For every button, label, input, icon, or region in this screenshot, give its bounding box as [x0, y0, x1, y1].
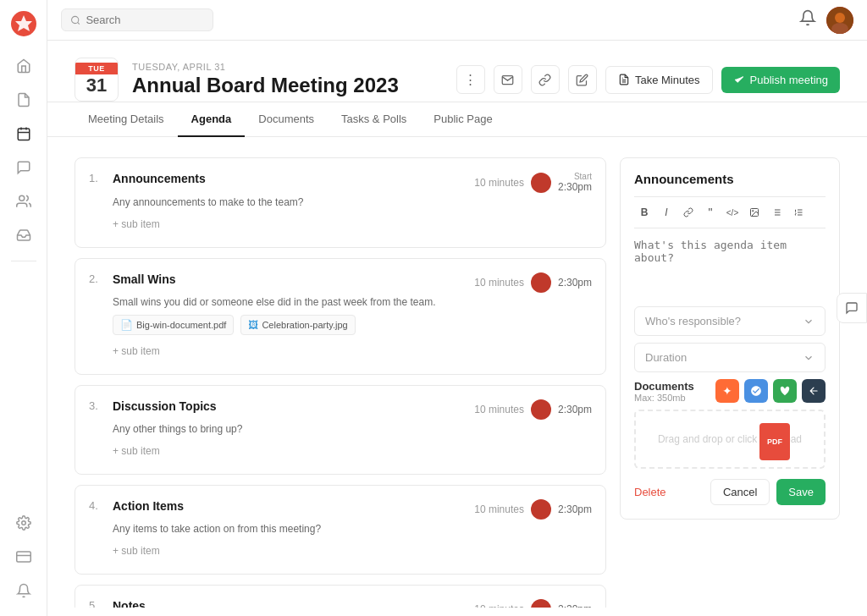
documents-label: Documents — [634, 380, 694, 393]
agenda-avatar — [531, 399, 551, 420]
add-sub-item-button-4[interactable]: + sub item — [113, 542, 592, 560]
rte-bold-button[interactable]: B — [634, 202, 654, 223]
edit-button[interactable] — [568, 65, 597, 94]
drop-zone[interactable]: Drag and drop or click to upload PDF — [634, 410, 826, 469]
agenda-avatar — [531, 173, 551, 193]
agenda-item-num: 5. — [89, 599, 106, 608]
agenda-duration: 10 minutes — [474, 177, 524, 189]
agenda-duration: 10 minutes — [474, 404, 524, 415]
panel-title: Announcements — [634, 172, 826, 186]
agenda-item-title: Notes — [113, 599, 467, 608]
tab-tasks-polls[interactable]: Tasks & Polls — [328, 102, 420, 137]
svg-line-10 — [78, 22, 80, 24]
add-sub-item-button-1[interactable]: + sub item — [113, 215, 592, 234]
delete-button[interactable]: Delete — [634, 486, 666, 498]
publish-meeting-button[interactable]: Publish meeting — [721, 67, 841, 93]
meeting-title: Annual Board Meeting 2023 — [132, 74, 399, 97]
agenda-list: 1. Announcements 10 minutes Start 2:30pm… — [75, 157, 620, 608]
rte-code-button[interactable]: </> — [722, 202, 743, 223]
attachment-img[interactable]: 🖼 Celebration-party.jpg — [240, 315, 355, 335]
agenda-item-num: 3. — [89, 399, 106, 412]
upload-icon-orange[interactable]: ✦ — [715, 379, 739, 403]
agenda-item-3[interactable]: 3. Discussion Topics 10 minutes 2:30pm A… — [75, 385, 606, 475]
sidebar-item-settings[interactable] — [8, 508, 39, 538]
search-box[interactable] — [61, 8, 213, 31]
search-input[interactable] — [86, 14, 204, 26]
notification-bell[interactable] — [799, 9, 816, 30]
page-content: TUE 31 TUESDAY, APRIL 31 Annual Board Me… — [47, 41, 867, 616]
agenda-item-1[interactable]: 1. Announcements 10 minutes Start 2:30pm… — [75, 157, 606, 248]
meeting-date-label: TUESDAY, APRIL 31 — [132, 62, 399, 72]
svg-point-6 — [21, 521, 25, 525]
right-panel: Announcements B I " </> — [620, 157, 840, 520]
agenda-item-title: Discussion Topics — [113, 399, 467, 413]
add-sub-item-button-3[interactable]: + sub item — [113, 442, 592, 460]
rte-italic-button[interactable]: I — [656, 202, 676, 223]
agenda-item-meta: 10 minutes 2:30pm — [474, 399, 592, 420]
attachment-pdf[interactable]: 📄 Big-win-document.pdf — [113, 315, 234, 335]
document-upload-icons: ✦ — [715, 379, 826, 403]
panel-buttons: Cancel Save — [710, 479, 826, 505]
agenda-item-header: 1. Announcements 10 minutes Start 2:30pm — [89, 172, 592, 193]
sidebar-item-home[interactable] — [8, 51, 39, 81]
agenda-item-meta: 10 minutes 2:30pm — [474, 499, 592, 520]
user-avatar[interactable] — [826, 7, 853, 34]
chat-panel-toggle[interactable] — [837, 293, 867, 323]
sidebar-item-users[interactable] — [8, 186, 39, 217]
agenda-description: Small wins you did or someone else did i… — [113, 296, 592, 308]
sidebar-item-inbox[interactable] — [8, 220, 39, 250]
add-sub-item-button-2[interactable]: + sub item — [113, 342, 592, 360]
agenda-duration: 10 minutes — [474, 503, 524, 515]
agenda-item-header: 5. Notes 10 minutes 2:30pm — [89, 599, 592, 608]
save-button[interactable]: Save — [776, 479, 826, 505]
agenda-item-meta: 10 minutes 2:30pm — [474, 272, 592, 293]
agenda-item-header: 4. Action Items 10 minutes 2:30pm — [89, 499, 592, 520]
more-options-button[interactable]: ⋮ — [456, 65, 485, 94]
agenda-item-5[interactable]: 5. Notes 10 minutes 2:30pm What else? + … — [75, 585, 606, 608]
rte-quote-button[interactable]: " — [700, 202, 721, 223]
agenda-time: 2:30pm — [558, 503, 592, 515]
time-label: Start — [558, 172, 592, 181]
app-logo — [10, 10, 37, 37]
rte-link-button[interactable] — [678, 202, 699, 223]
sidebar-item-notifications[interactable] — [8, 575, 39, 606]
upload-icon-dark[interactable] — [802, 379, 826, 403]
rte-list-ul-button[interactable] — [766, 202, 787, 223]
sidebar-item-docs[interactable] — [8, 85, 39, 115]
link-button[interactable] — [531, 65, 560, 94]
tab-public-page[interactable]: Public Page — [420, 102, 505, 137]
upload-icon-blue[interactable] — [744, 379, 768, 403]
tab-meeting-details[interactable]: Meeting Details — [75, 102, 178, 137]
duration-dropdown[interactable]: Duration — [634, 343, 826, 372]
tab-agenda[interactable]: Agenda — [178, 102, 246, 137]
email-button[interactable] — [494, 65, 522, 94]
responsible-label: Who's responsible? — [645, 315, 741, 327]
search-icon — [70, 14, 80, 26]
agenda-description: Any items to take action on from this me… — [113, 523, 592, 535]
agenda-item-title: Announcements — [113, 172, 467, 185]
agenda-description: Any other things to bring up? — [113, 423, 592, 435]
svg-point-9 — [72, 16, 79, 23]
rte-image-button[interactable] — [744, 202, 765, 223]
topbar — [47, 0, 867, 41]
chevron-down-icon — [803, 316, 815, 327]
topbar-right — [799, 7, 853, 34]
agenda-time-group: 2:30pm — [558, 503, 592, 515]
agenda-item-2[interactable]: 2. Small Wins 10 minutes 2:30pm Small wi… — [75, 258, 606, 375]
svg-point-5 — [19, 195, 24, 201]
upload-icon-green[interactable] — [773, 379, 797, 403]
agenda-item-num: 1. — [89, 172, 106, 184]
responsible-dropdown[interactable]: Who's responsible? — [634, 306, 826, 336]
rte-list-ol-button[interactable] — [788, 202, 809, 223]
agenda-item-description-textarea[interactable] — [634, 235, 826, 303]
agenda-item-4[interactable]: 4. Action Items 10 minutes 2:30pm Any it… — [75, 485, 606, 575]
agenda-time-group: 2:30pm — [558, 603, 592, 608]
take-minutes-button[interactable]: Take Minutes — [605, 66, 713, 94]
sidebar-item-calendar[interactable] — [8, 118, 39, 149]
agenda-item-num: 2. — [89, 272, 106, 285]
cancel-button[interactable]: Cancel — [710, 479, 770, 505]
sidebar-item-billing[interactable] — [8, 542, 39, 572]
panel-actions: Delete Cancel Save — [634, 479, 826, 505]
tab-documents[interactable]: Documents — [245, 102, 328, 137]
sidebar-item-chat[interactable] — [8, 152, 39, 183]
